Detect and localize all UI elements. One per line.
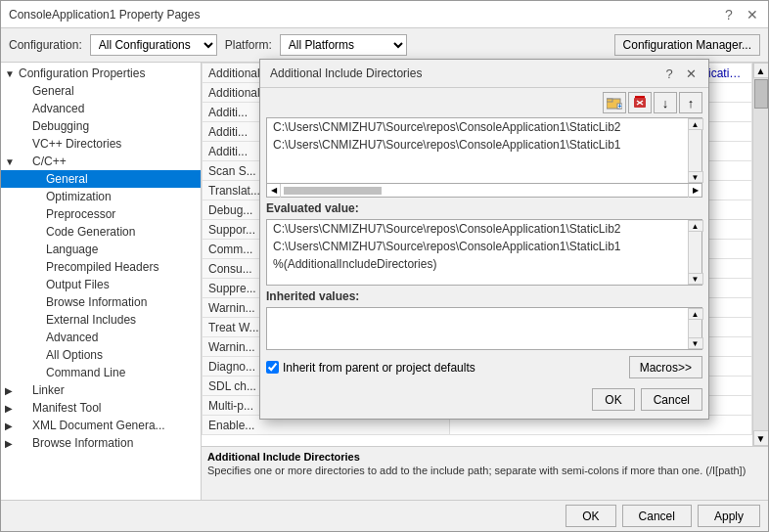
modal-title-bar: Additional Include Directories ? ✕ xyxy=(260,60,708,88)
cancel-button[interactable]: Cancel xyxy=(622,505,692,527)
tree-panel: ▼ Configuration Properties General Advan… xyxy=(1,63,202,500)
tree-item-advanced2[interactable]: Advanced xyxy=(1,329,201,346)
tree-item-xml-doc[interactable]: ▶ XML Document Genera... xyxy=(1,417,201,434)
tree-item-label: Output Files xyxy=(46,278,110,291)
tree-item-code-gen[interactable]: Code Generation xyxy=(1,223,201,241)
tree-item-debugging[interactable]: Debugging xyxy=(1,117,201,135)
tree-item-linker[interactable]: ▶ Linker xyxy=(1,381,201,399)
tree-item-cpp-general[interactable]: General xyxy=(1,170,201,188)
tree-item-label: Command Line xyxy=(46,366,125,379)
svg-text:+: + xyxy=(618,103,622,110)
new-folder-button[interactable]: + xyxy=(603,92,626,113)
inherited-scrollbar[interactable]: ▲ ▼ xyxy=(688,308,701,349)
modal-cancel-button[interactable]: Cancel xyxy=(641,388,702,411)
eval-scrollbar[interactable]: ▲ ▼ xyxy=(688,220,701,285)
scroll-up-arrow[interactable]: ▲ xyxy=(753,63,769,78)
inherit-checkbox[interactable] xyxy=(266,361,279,374)
tree-item-ext-includes[interactable]: External Includes xyxy=(1,311,201,329)
inherit-checkbox-area: Inherit from parent or project defaults xyxy=(266,361,621,375)
tree-item-label: Code Generation xyxy=(46,225,135,239)
tree-item-label: Advanced xyxy=(46,331,98,344)
tree-item-advanced[interactable]: Advanced xyxy=(1,100,201,117)
tree-item-label: Configuration Properties xyxy=(19,66,145,80)
scroll-right[interactable]: ▶ xyxy=(688,184,701,198)
tree-item-preprocessor[interactable]: Preprocessor xyxy=(1,205,201,223)
scroll-down[interactable]: ▼ xyxy=(688,171,703,183)
tree-item-all-options[interactable]: All Options xyxy=(1,346,201,364)
scroll-down[interactable]: ▼ xyxy=(688,337,703,349)
move-down-button[interactable]: ↓ xyxy=(654,92,677,113)
h-scroll-bar[interactable]: ◀ ▶ xyxy=(266,184,702,198)
tree-item-vc-dirs[interactable]: VC++ Directories xyxy=(1,135,201,153)
tree-item-label: Preprocessor xyxy=(46,207,115,221)
tree-item-cmd-line[interactable]: Command Line xyxy=(1,364,201,381)
list-container: C:\Users\CNMIZHU7\Source\repos\ConsoleAp… xyxy=(266,117,702,184)
tree-item-manifest[interactable]: ▶ Manifest Tool xyxy=(1,399,201,417)
tree-item-label: VC++ Directories xyxy=(32,137,121,151)
scroll-up[interactable]: ▲ xyxy=(688,220,703,232)
macros-button[interactable]: Macros>> xyxy=(629,356,702,378)
list-item[interactable]: C:\Users\CNMIZHU7\Source\repos\ConsoleAp… xyxy=(267,118,688,136)
help-button[interactable]: ? xyxy=(721,7,737,22)
tree-item-label: Debugging xyxy=(32,119,89,133)
tree-item-config-props[interactable]: ▼ Configuration Properties xyxy=(1,65,201,82)
tree-item-general[interactable]: General xyxy=(1,82,201,100)
eval-container: C:\Users\CNMIZHU7\Source\repos\ConsoleAp… xyxy=(266,219,702,286)
window-title: ConsoleApplication1 Property Pages xyxy=(9,8,200,22)
platform-select[interactable]: All Platforms xyxy=(280,34,407,56)
scroll-track xyxy=(753,78,769,430)
eval-content: C:\Users\CNMIZHU7\Source\repos\ConsoleAp… xyxy=(267,220,688,285)
modal-title: Additional Include Directories xyxy=(270,66,422,80)
scroll-left[interactable]: ◀ xyxy=(267,184,281,198)
inherited-content xyxy=(267,308,688,349)
ok-button[interactable]: OK xyxy=(565,505,615,527)
tree-item-label: General xyxy=(46,172,88,186)
tree-item-label: XML Document Genera... xyxy=(32,419,165,432)
configuration-select[interactable]: All Configurations xyxy=(90,34,217,56)
modal-help-button[interactable]: ? xyxy=(661,66,677,81)
tree-item-cpp[interactable]: ▼ C/C++ xyxy=(1,153,201,170)
inherit-checkbox-label: Inherit from parent or project defaults xyxy=(283,361,475,375)
delete-icon xyxy=(633,96,647,110)
title-bar: ConsoleApplication1 Property Pages ? ✕ xyxy=(1,1,768,28)
scroll-down[interactable]: ▼ xyxy=(688,273,703,285)
tree-item-browse-info[interactable]: Browse Information xyxy=(1,293,201,311)
apply-button[interactable]: Apply xyxy=(698,505,760,527)
h-scroll-thumb[interactable] xyxy=(284,187,382,195)
expand-arrow: ▶ xyxy=(5,385,19,396)
modal-dialog: Additional Include Directories ? ✕ + xyxy=(259,59,709,420)
tree-item-label: Advanced xyxy=(32,102,84,115)
close-button[interactable]: ✕ xyxy=(745,7,760,22)
modal-ok-button[interactable]: OK xyxy=(592,388,634,411)
props-scrollbar[interactable]: ▲ ▼ xyxy=(752,63,768,446)
bottom-bar: OK Cancel Apply xyxy=(1,500,768,531)
modal-toolbar: + ↓ ↑ xyxy=(260,88,708,117)
prop-desc-body: Specifies one or more directories to add… xyxy=(207,465,762,476)
tree-item-pch[interactable]: Precompiled Headers xyxy=(1,258,201,276)
tree-item-language[interactable]: Language xyxy=(1,241,201,258)
scroll-down-arrow[interactable]: ▼ xyxy=(753,430,769,446)
modal-overlay: Additional Include Directories ? ✕ + xyxy=(259,59,709,420)
config-manager-button[interactable]: Configuration Manager... xyxy=(614,34,760,56)
list-item[interactable]: C:\Users\CNMIZHU7\Source\repos\ConsoleAp… xyxy=(267,136,688,154)
delete-button[interactable] xyxy=(628,92,652,113)
eval-item: %(AdditionalIncludeDirectories) xyxy=(267,255,688,273)
tree-item-label: External Includes xyxy=(46,313,136,327)
tree-item-browse-info2[interactable]: ▶ Browse Information xyxy=(1,434,201,452)
inherited-container: ▲ ▼ xyxy=(266,307,702,350)
modal-close-button[interactable]: ✕ xyxy=(683,66,699,81)
scroll-thumb[interactable] xyxy=(754,79,768,109)
tree-item-label: Linker xyxy=(32,383,65,397)
eval-item: C:\Users\CNMIZHU7\Source\repos\ConsoleAp… xyxy=(267,220,688,238)
scroll-up[interactable]: ▲ xyxy=(688,308,703,320)
inherited-label: Inherited values: xyxy=(260,286,708,307)
tree-item-label: Precompiled Headers xyxy=(46,260,158,274)
expand-arrow: ▶ xyxy=(5,403,19,414)
scroll-up[interactable]: ▲ xyxy=(688,118,703,130)
config-bar: Configuration: All Configurations Platfo… xyxy=(1,28,768,63)
tree-item-label: General xyxy=(32,84,74,98)
tree-item-optimization[interactable]: Optimization xyxy=(1,188,201,205)
move-up-button[interactable]: ↑ xyxy=(679,92,702,113)
list-scrollbar[interactable]: ▲ ▼ xyxy=(688,118,701,183)
tree-item-output-files[interactable]: Output Files xyxy=(1,276,201,293)
